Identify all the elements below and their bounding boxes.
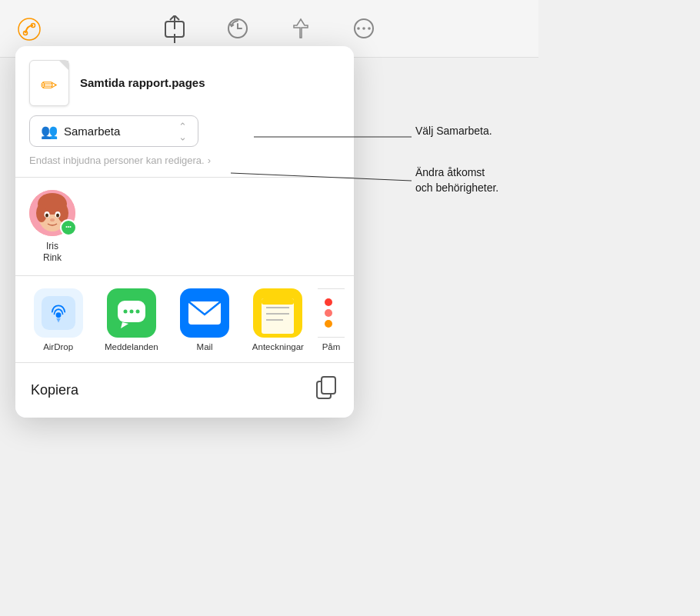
collaborate-label: Samarbeta: [64, 125, 120, 138]
svg-rect-35: [262, 298, 294, 305]
notes-icon: [253, 288, 302, 338]
messages-app[interactable]: Meddelanden: [98, 288, 165, 351]
copy-label: Kopiera: [31, 382, 78, 398]
dot-2: [325, 309, 332, 317]
dot-1: [325, 298, 332, 306]
airdrop-icon: [34, 288, 83, 338]
annotation-andra-atkomst: Ändra åtkomst och behörigheter.: [415, 165, 498, 195]
access-text[interactable]: Endast inbjudna personer kan redigera. ›: [29, 155, 340, 166]
file-type-symbol: ✏: [41, 74, 58, 98]
notes-app[interactable]: Anteckningar: [245, 288, 312, 351]
annotation-andra-line2: och behörigheter.: [415, 181, 498, 194]
svg-point-0: [18, 18, 40, 40]
messages-icon: [107, 288, 156, 338]
svg-rect-37: [322, 377, 335, 394]
svg-point-9: [368, 27, 371, 30]
copy-button[interactable]: Kopiera: [15, 363, 354, 418]
more-button[interactable]: [351, 15, 377, 42]
collaborator-name: IrisRink: [43, 241, 62, 263]
svg-point-19: [50, 218, 55, 221]
collaborators-section: IrisRink: [15, 178, 354, 276]
annotation-valj-samarbeta: Välj Samarbeta.: [415, 125, 492, 137]
svg-point-7: [357, 27, 360, 30]
pin-button[interactable]: [288, 15, 314, 42]
svg-point-8: [362, 27, 365, 30]
collaborator-item: IrisRink: [29, 190, 75, 263]
notes-label: Anteckningar: [252, 342, 304, 351]
apps-section: AirDrop Meddelanden: [15, 276, 354, 363]
svg-point-22: [68, 226, 69, 228]
collaborate-icon: 👥: [41, 123, 58, 140]
collaborate-dropdown[interactable]: 👥 Samarbeta ⌃ ⌃: [29, 115, 198, 147]
mail-icon: [180, 288, 229, 338]
svg-point-23: [70, 226, 72, 228]
svg-point-29: [135, 310, 139, 314]
reminders-icon: [318, 288, 345, 338]
share-button[interactable]: [162, 14, 188, 40]
reminders-label: Påm: [322, 342, 341, 351]
airdrop-label: AirDrop: [43, 342, 73, 351]
reminders-app[interactable]: Påm: [318, 288, 345, 351]
avatar-wrapper: [29, 190, 75, 236]
share-panel: ✏ Samtida rapport.pages 👥 Samarbeta ⌃ ⌃ …: [15, 46, 354, 418]
chevron-updown-icon: ⌃ ⌃: [178, 122, 187, 140]
airdrop-app[interactable]: AirDrop: [25, 288, 92, 351]
messages-label: Meddelanden: [105, 342, 158, 351]
edit-icon[interactable]: [15, 15, 43, 43]
file-name: Samtida rapport.pages: [80, 75, 205, 91]
svg-point-28: [129, 310, 133, 314]
access-description: Endast inbjudna personer kan redigera.: [29, 155, 205, 166]
access-arrow: ›: [208, 155, 211, 166]
svg-point-27: [123, 310, 127, 314]
mail-label: Mail: [197, 342, 213, 351]
annotation-andra-line1: Ändra åtkomst: [415, 166, 485, 178]
svg-point-25: [55, 312, 61, 318]
file-icon: ✏: [29, 60, 69, 106]
history-button[interactable]: [225, 15, 251, 42]
copy-icon: [314, 375, 338, 405]
mail-app[interactable]: Mail: [172, 288, 238, 351]
messages-badge: [60, 219, 77, 236]
svg-point-21: [66, 226, 68, 228]
file-section: ✏ Samtida rapport.pages 👥 Samarbeta ⌃ ⌃ …: [15, 46, 354, 178]
svg-point-17: [45, 214, 48, 218]
svg-point-18: [56, 214, 59, 218]
dot-3: [325, 320, 332, 328]
